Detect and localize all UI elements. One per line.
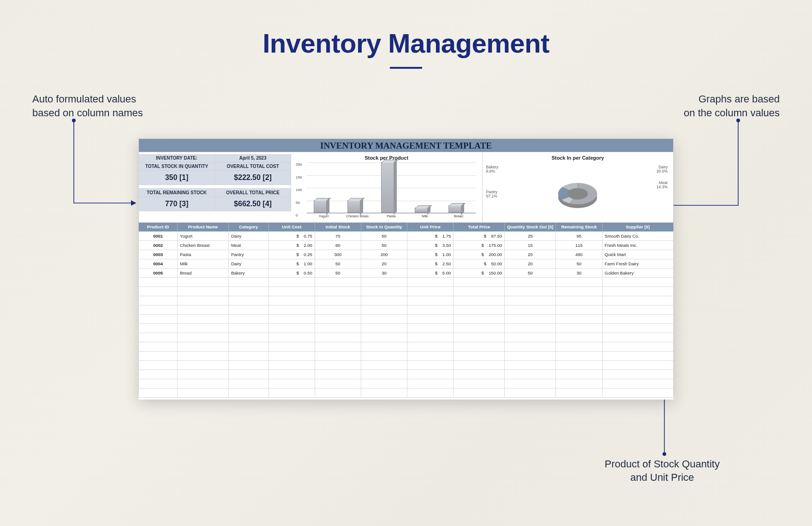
stock-in-qty-label: TOTAL STOCK IN QUANTITY [139,162,215,171]
col-c4[interactable]: Unit Cost [269,223,315,232]
col-c7[interactable]: Unit Price [407,223,454,232]
col-c3[interactable]: Category [228,223,269,232]
table-row[interactable]: 0004MilkDairy $ 1.005020 $ 2.50$ 50.00 2… [139,259,674,269]
table-row-empty[interactable] [139,352,674,361]
spreadsheet-card: INVENTORY MANAGEMENT TEMPLATE INVENTORY … [138,138,674,400]
overall-price-label: OVERALL TOTAL PRICE [215,189,291,197]
table-row-empty[interactable] [139,305,674,315]
overall-cost-value: $222.50 [2] [215,171,291,185]
table-row[interactable]: 0005BreadBakery $ 0.505030 $ 5.00$ 150.0… [139,269,674,278]
table-row-empty[interactable] [139,361,674,370]
svg-marker-1 [131,200,136,206]
table-row-empty[interactable] [139,370,674,379]
stock-in-qty-value: 350 [1] [139,171,215,185]
table-row-empty[interactable] [139,324,674,333]
table-row-empty[interactable] [139,379,674,389]
col-c11[interactable]: Supplier [6] [602,223,673,232]
page-title: Inventory Management [0,28,812,59]
callout-right [660,118,780,224]
callout-left [32,118,152,224]
col-c1[interactable]: Product ID [139,223,178,232]
table-row-empty[interactable] [139,315,674,324]
annotation-right: Graphs are basedon the column values [684,92,780,120]
overall-cost-label: OVERALL TOTAL COST [215,162,291,171]
table-row-empty[interactable] [139,278,674,287]
col-c10[interactable]: Remaining Stock [556,223,602,232]
remaining-stock-value: 770 [3] [139,197,215,211]
table-row-empty[interactable] [139,389,674,398]
col-c8[interactable]: Total Price [454,223,505,232]
sheet-banner: INVENTORY MANAGEMENT TEMPLATE [138,138,674,152]
table-row-empty[interactable] [139,333,674,342]
bar-chart: Stock per Product 0 50 100 150 200 50 50… [291,152,483,222]
col-c2[interactable]: Product Name [177,223,228,232]
inventory-date-value: April 5, 2023 [215,154,291,162]
table-row[interactable]: 0002Chicken BreastMeat $ 2.008050 $ 3.50… [139,241,674,250]
table-row-empty[interactable] [139,342,674,352]
overall-price-value: $662.50 [4] [215,197,291,211]
col-c6[interactable]: Stock In Quantity [361,223,407,232]
inventory-date-label: INVENTORY DATE: [139,154,215,162]
inventory-table[interactable]: Product IDProduct NameCategoryUnit CostI… [138,222,674,398]
title-underline [390,67,422,69]
donut-chart: Stock In per Category Bakery8.6%Dairy20.… [483,152,674,222]
table-row-empty[interactable] [139,287,674,296]
col-c9[interactable]: Quantity Stock Out [5] [505,223,556,232]
table-row[interactable]: 0001YogurtDairy $ 0.757050 $ 1.75$ 87.50… [139,232,674,241]
col-c5[interactable]: Initial Stock [315,223,361,232]
table-row-empty[interactable] [139,296,674,305]
table-row[interactable]: 0003PastaPantry $ 0.25300200 $ 1.00$ 200… [139,250,674,259]
donut-chart-title: Stock In per Category [485,155,671,161]
annotation-bottom: Product of Stock Quantityand Unit Price [605,457,720,484]
remaining-stock-label: TOTAL REMAINING STOCK [139,189,215,197]
annotation-left: Auto formulated valuesbased on column na… [32,92,143,120]
summary-block: INVENTORY DATE: April 5, 2023 TOTAL STOC… [139,152,291,222]
svg-point-5 [663,452,666,456]
